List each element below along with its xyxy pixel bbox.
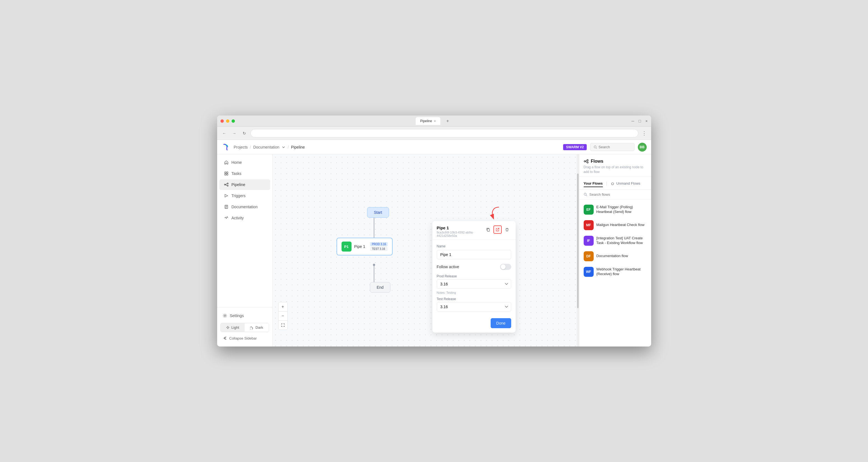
sidebar-item-activity[interactable]: Activity (219, 213, 270, 223)
pipe-node[interactable]: P1 Pipe 1 PROD 3.16 TEST 3.16 (337, 238, 393, 255)
tab-unmand-flows[interactable]: Unmand Flows (611, 180, 640, 187)
tab-your-flows[interactable]: Your Flows (584, 180, 603, 187)
done-button[interactable]: Done (491, 318, 511, 328)
restore-icon[interactable]: □ (639, 119, 641, 123)
svg-line-35 (585, 160, 587, 161)
triggers-icon (224, 193, 229, 198)
tab-close-icon[interactable]: × (434, 119, 436, 123)
list-item[interactable]: IF [Integration Test] UAT Create Task - … (579, 233, 651, 248)
svg-rect-5 (226, 174, 228, 175)
flows-search-icon (584, 193, 587, 196)
flow-name: Mailgun Heartbeat Check flow (596, 223, 645, 227)
app-window: Pipeline × + ─ □ × ← → ↻ ⋮ Projects / (217, 116, 651, 346)
maximize-button[interactable] (231, 119, 235, 123)
list-item[interactable]: DF Documentation flow (579, 248, 651, 264)
browser-tab[interactable]: Pipeline × (416, 117, 440, 125)
svg-rect-3 (226, 172, 228, 173)
svg-line-26 (497, 228, 499, 230)
breadcrumb-documentation[interactable]: Documentation (253, 145, 279, 149)
list-item[interactable]: EF E-Mail Trigger (Polling) Heartbeat (S… (579, 202, 651, 217)
svg-point-0 (594, 146, 596, 148)
start-node[interactable]: Start (367, 207, 389, 218)
moon-icon (250, 326, 254, 329)
flow-avatar: WF (584, 267, 594, 277)
new-tab-button[interactable]: + (445, 118, 451, 124)
list-item[interactable]: WF Webhook Trigger Heartbeat (Receive) f… (579, 264, 651, 280)
sidebar-settings[interactable]: Settings (220, 311, 269, 321)
close-button[interactable] (220, 119, 224, 123)
test-release-select[interactable]: 3.16 3.15 3.14 (437, 302, 511, 311)
sidebar-item-triggers[interactable]: Triggers (219, 190, 270, 201)
back-button[interactable]: ← (220, 129, 228, 137)
follow-active-row: Follow active (437, 264, 511, 270)
sidebar-nav: Home Tasks Pipeline (217, 154, 272, 307)
flows-search[interactable] (579, 190, 651, 199)
light-label: Light (231, 326, 239, 330)
main-layout: Home Tasks Pipeline (217, 154, 651, 346)
minimize-button[interactable] (226, 119, 229, 123)
end-node[interactable]: End (370, 282, 391, 292)
tab-title: Pipeline (420, 119, 432, 123)
follow-active-label: Follow active (437, 265, 459, 269)
sidebar-item-home[interactable]: Home (219, 157, 270, 168)
svg-line-10 (225, 185, 227, 186)
prod-release-select[interactable]: 3.16 3.15 3.14 (437, 279, 511, 289)
main-scrollbar[interactable] (577, 154, 579, 346)
swarm-badge: SWARM V2 (563, 144, 586, 150)
flow-name: Webhook Trigger Heartbeat (Receive) flow (596, 267, 647, 277)
name-input[interactable] (437, 250, 511, 259)
collapse-sidebar-button[interactable]: Collapse Sidebar (220, 333, 269, 343)
sidebar: Home Tasks Pipeline (217, 154, 273, 346)
light-theme-button[interactable]: Light (221, 323, 245, 332)
external-link-button[interactable] (493, 225, 502, 234)
search-icon (594, 145, 597, 149)
delete-button[interactable] (503, 225, 511, 234)
prod-badge: PROD 3.16 (370, 242, 388, 246)
scrollbar-thumb (577, 174, 579, 308)
close-icon[interactable]: × (645, 119, 648, 123)
flow-name: [Integration Test] UAT Create Task - Exi… (596, 236, 647, 245)
zoom-in-button[interactable]: + (279, 302, 287, 311)
list-item[interactable]: MF Mailgun Heartbeat Check flow (579, 217, 651, 233)
url-bar[interactable] (250, 129, 639, 137)
fullscreen-button[interactable] (279, 321, 287, 330)
breadcrumb-projects[interactable]: Projects (234, 145, 248, 149)
forward-button[interactable]: → (230, 129, 238, 137)
theme-toggle: Light Dark (220, 323, 269, 332)
app-header: Projects / Documentation / Pipeline SWAR… (217, 140, 651, 154)
prod-release-label: Prod Release (437, 274, 511, 278)
header-search[interactable] (590, 143, 634, 151)
external-link-icon (496, 228, 499, 232)
flows-search-input[interactable] (589, 192, 647, 196)
titlebar: Pipeline × + ─ □ × (217, 116, 651, 127)
flow-avatar: EF (584, 205, 594, 215)
svg-point-37 (584, 193, 586, 195)
zoom-out-button[interactable]: − (279, 311, 287, 320)
collapse-icon (223, 336, 227, 340)
minimize-icon[interactable]: ─ (631, 119, 634, 123)
dark-theme-button[interactable]: Dark (245, 323, 269, 332)
refresh-button[interactable]: ↻ (241, 129, 248, 137)
sidebar-item-pipeline[interactable]: Pipeline (219, 179, 270, 190)
pipe-panel-body: Name Follow active Prod Release 3.16 (432, 240, 516, 333)
browser-menu-icon[interactable]: ⋮ (641, 129, 648, 137)
svg-line-9 (225, 184, 227, 185)
svg-point-7 (227, 183, 228, 184)
pipe-panel-actions (484, 225, 511, 234)
test-release-group: Test Release 3.16 3.15 3.14 (437, 297, 511, 311)
breadcrumb-sep1: / (250, 145, 251, 149)
sidebar-item-documentation[interactable]: Documentation (219, 202, 270, 212)
flow-name: Documentation flow (596, 254, 628, 258)
test-release-label: Test Release (437, 297, 511, 301)
svg-line-38 (586, 195, 587, 196)
flows-tabs: Your Flows | Unmand Flows (579, 177, 651, 190)
copy-button[interactable] (484, 225, 492, 234)
prod-release-group: Prod Release 3.16 3.15 3.14 (437, 274, 511, 289)
trash-icon (505, 228, 509, 232)
sidebar-item-tasks[interactable]: Tasks (219, 168, 270, 179)
search-input[interactable] (599, 145, 631, 149)
settings-icon (223, 313, 227, 318)
pipeline-canvas[interactable]: Start P1 Pipe 1 PROD 3.16 TEST 3.16 End … (273, 154, 577, 346)
follow-active-toggle[interactable] (500, 264, 511, 270)
svg-point-8 (227, 185, 228, 186)
